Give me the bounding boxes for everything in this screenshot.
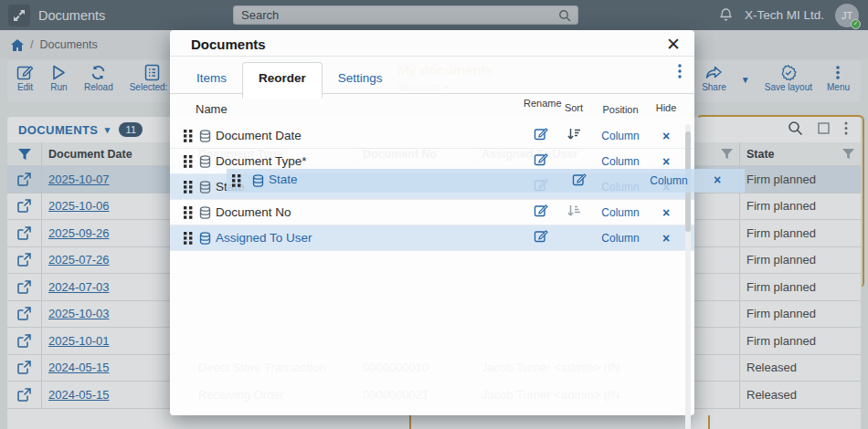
column-label: State bbox=[216, 180, 245, 194]
hide-column-x[interactable]: × bbox=[648, 180, 684, 194]
dialog-scrollbar[interactable] bbox=[685, 124, 691, 429]
header-name: Name bbox=[196, 102, 228, 116]
rename-button[interactable] bbox=[524, 127, 558, 144]
columns-dialog: Documents ✕ Items Reorder Settings Name … bbox=[170, 30, 694, 415]
reorder-row[interactable]: Document Type* Column × bbox=[170, 149, 694, 174]
hide-column-x[interactable]: × bbox=[648, 205, 684, 220]
column-label: Document Date bbox=[216, 129, 302, 142]
page: Documents X-Tech MI Ltd. JT ✓ bbox=[0, 0, 868, 429]
column-label: Document No bbox=[216, 205, 291, 219]
tab-settings[interactable]: Settings bbox=[323, 63, 398, 94]
hide-column-x[interactable]: × bbox=[648, 154, 684, 169]
reorder-list: Document Date Column × Document Type* Co… bbox=[170, 123, 694, 251]
sort-descending-icon[interactable] bbox=[566, 131, 581, 144]
header-position: Position bbox=[590, 104, 651, 115]
drag-handle-icon[interactable] bbox=[183, 130, 194, 142]
scrollbar-thumb[interactable] bbox=[685, 131, 691, 232]
header-rename: Rename bbox=[524, 98, 558, 109]
reorder-row[interactable]: State Column × bbox=[170, 174, 694, 200]
dialog-kebab-icon[interactable] bbox=[678, 64, 682, 78]
database-icon bbox=[199, 206, 211, 219]
reorder-row[interactable]: Document Date Column × bbox=[170, 123, 694, 149]
sort-ascending-icon[interactable] bbox=[566, 207, 581, 221]
position-link[interactable]: Column bbox=[590, 155, 651, 168]
header-sort: Sort bbox=[557, 102, 590, 113]
drag-handle-icon[interactable] bbox=[183, 232, 194, 245]
rename-button[interactable] bbox=[524, 229, 558, 246]
hide-column-x[interactable]: × bbox=[648, 129, 684, 143]
column-label: Document Type* bbox=[216, 154, 307, 168]
database-icon bbox=[199, 181, 211, 194]
position-link[interactable]: Column bbox=[590, 206, 651, 219]
tab-items[interactable]: Items bbox=[181, 63, 242, 94]
header-hide: Hide bbox=[648, 102, 684, 113]
rename-button[interactable] bbox=[524, 152, 558, 170]
rename-button[interactable] bbox=[524, 204, 558, 221]
column-label: Assigned To User bbox=[216, 231, 312, 245]
close-icon[interactable]: ✕ bbox=[663, 34, 683, 54]
drag-handle-icon[interactable] bbox=[183, 181, 194, 194]
tab-reorder[interactable]: Reorder bbox=[242, 62, 323, 99]
rename-button[interactable] bbox=[524, 178, 558, 195]
drag-handle-icon[interactable] bbox=[183, 206, 194, 219]
database-icon bbox=[199, 155, 211, 168]
reorder-row[interactable]: Assigned To User Column × bbox=[170, 225, 694, 251]
drag-handle-icon[interactable] bbox=[183, 155, 194, 168]
position-link[interactable]: Column bbox=[590, 130, 651, 142]
position-link[interactable]: Column bbox=[590, 181, 651, 194]
database-icon bbox=[199, 232, 211, 245]
hide-column-x[interactable]: × bbox=[648, 231, 684, 246]
dialog-tabs: Items Reorder Settings bbox=[170, 57, 694, 94]
reorder-row[interactable]: Document No Column × bbox=[170, 200, 694, 225]
dialog-title: Documents bbox=[191, 37, 266, 52]
database-icon bbox=[199, 130, 211, 142]
position-link[interactable]: Column bbox=[590, 232, 651, 245]
